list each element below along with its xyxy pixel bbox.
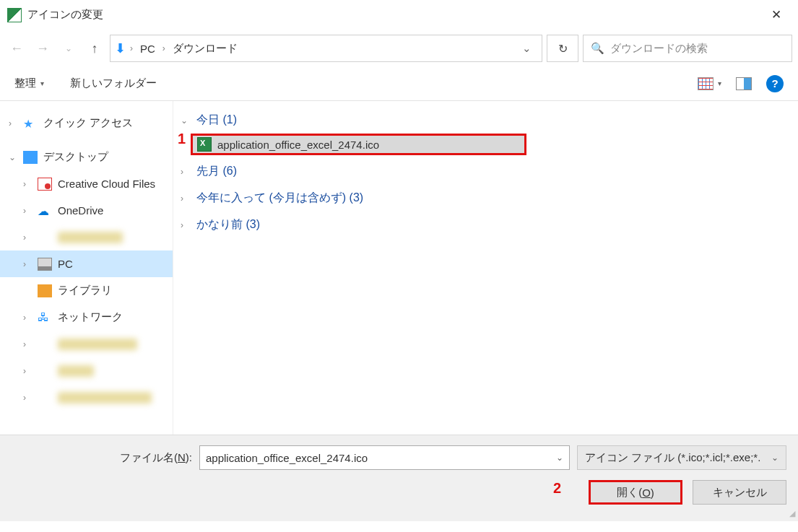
chevron-down-icon: ▾	[718, 79, 721, 87]
separator-icon: ›	[127, 43, 136, 53]
filetype-combo[interactable]: アイコン ファイル (*.ico;*.icl;*.exe;*. ⌄	[577, 445, 786, 470]
chevron-down-icon: ⌄	[771, 453, 779, 463]
crumb-pc[interactable]: PC	[137, 41, 158, 56]
blurred-text	[58, 392, 152, 404]
folder-icon	[38, 231, 52, 244]
chevron-right-icon: ›	[23, 179, 32, 189]
address-bar[interactable]: ⬇ › PC › ダウンロード ⌄	[110, 35, 542, 62]
sidebar-item-blurred[interactable]: ›	[0, 224, 173, 250]
desktop-icon	[23, 151, 38, 164]
new-folder-button[interactable]: 新しいフォルダー	[70, 77, 157, 90]
file-item-selected[interactable]: application_office_excel_2474.ico	[191, 134, 526, 155]
forward-button[interactable]: →	[32, 38, 53, 59]
annotation-1: 1	[178, 131, 186, 147]
help-button[interactable]: ?	[766, 75, 784, 92]
cancel-button[interactable]: キャンセル	[693, 480, 786, 505]
sidebar-item-quickaccess[interactable]: › ★ クイック アクセス	[0, 110, 173, 136]
chevron-right-icon: ›	[181, 220, 192, 230]
chevron-right-icon: ›	[181, 167, 192, 177]
resize-grip[interactable]: ◢	[789, 509, 795, 518]
sidebar-item-onedrive[interactable]: › ☁ OneDrive	[0, 197, 173, 224]
toolbar: 整理▾ 新しいフォルダー ▾ ?	[0, 66, 798, 101]
quickaccess-icon: ★	[23, 117, 38, 130]
search-placeholder: ダウンロードの検索	[610, 42, 708, 56]
separator-icon: ›	[160, 43, 168, 53]
chevron-right-icon: ›	[23, 206, 32, 216]
navigation-row: ← → ⌄ ↑ ⬇ › PC › ダウンロード ⌄ ↻ 🔍 ダウンロードの検索	[0, 30, 798, 66]
blurred-text	[58, 365, 94, 377]
sidebar-item-blurred[interactable]: ›	[0, 331, 173, 357]
group-thisyear[interactable]: › 今年に入って (今月は含めず) (3)	[181, 188, 791, 209]
body: › ★ クイック アクセス ⌄ デスクトップ › Creative Cloud …	[0, 101, 798, 435]
navigation-pane: › ★ クイック アクセス ⌄ デスクトップ › Creative Cloud …	[0, 101, 173, 435]
sidebar-item-network[interactable]: › 🖧 ネットワーク	[0, 304, 173, 331]
title-bar: アイコンの変更 ✕	[0, 0, 798, 30]
sidebar-item-libraries[interactable]: ライブラリ	[0, 277, 173, 304]
refresh-button[interactable]: ↻	[547, 35, 578, 62]
view-mode-button[interactable]: ▾	[698, 77, 721, 90]
file-list: ⌄ 今日 (1) 1 application_office_excel_2474…	[173, 101, 798, 435]
chevron-right-icon: ›	[23, 259, 32, 269]
libraries-icon	[38, 284, 52, 297]
creative-cloud-icon	[38, 178, 52, 191]
network-icon: 🖧	[38, 311, 52, 324]
preview-pane-button[interactable]	[736, 77, 752, 90]
sidebar-item-blurred[interactable]: ›	[0, 357, 173, 384]
chevron-down-icon: ⌄	[181, 115, 192, 126]
group-older[interactable]: › かなり前 (3)	[181, 214, 791, 235]
file-item-wrapper: 1 application_office_excel_2474.ico	[191, 134, 791, 155]
crumb-downloads[interactable]: ダウンロード	[170, 40, 240, 57]
group-today[interactable]: ⌄ 今日 (1)	[181, 110, 791, 131]
sidebar-item-creative-cloud[interactable]: › Creative Cloud Files	[0, 170, 173, 197]
dialog-title: アイコンの変更	[27, 8, 762, 22]
up-button[interactable]: ↑	[84, 38, 105, 59]
chevron-down-icon: ⌄	[9, 152, 17, 162]
sidebar-item-desktop[interactable]: ⌄ デスクトップ	[0, 144, 173, 170]
chevron-right-icon: ›	[23, 313, 32, 323]
back-button[interactable]: ←	[6, 38, 27, 59]
chevron-right-icon: ›	[9, 118, 17, 128]
ico-file-icon	[197, 137, 212, 152]
sidebar-item-pc[interactable]: › PC	[0, 250, 173, 277]
filename-input[interactable]: application_office_excel_2474.ico ⌄	[199, 445, 570, 470]
group-lastmonth[interactable]: › 先月 (6)	[181, 161, 791, 182]
close-button[interactable]: ✕	[762, 7, 791, 22]
footer: ファイル名(N): application_office_excel_2474.…	[0, 435, 798, 521]
recent-dropdown[interactable]: ⌄	[58, 38, 79, 59]
annotation-2: 2	[553, 480, 561, 497]
onedrive-icon: ☁	[38, 204, 52, 217]
blurred-text	[58, 232, 123, 243]
pc-icon	[38, 258, 52, 271]
dialog-icon	[7, 8, 22, 22]
blurred-text	[58, 339, 137, 350]
organize-menu[interactable]: 整理▾	[14, 77, 44, 90]
file-name: application_office_excel_2474.ico	[217, 139, 379, 151]
search-icon: 🔍	[591, 42, 604, 55]
address-dropdown[interactable]: ⌄	[516, 42, 537, 55]
chevron-down-icon[interactable]: ⌄	[556, 453, 563, 463]
chevron-right-icon: ›	[23, 232, 32, 243]
sidebar-item-blurred[interactable]: ›	[0, 384, 173, 411]
open-button[interactable]: 開く(O)	[589, 480, 682, 505]
chevron-down-icon: ▾	[40, 79, 44, 87]
search-box[interactable]: 🔍 ダウンロードの検索	[583, 35, 792, 62]
chevron-right-icon: ›	[181, 193, 192, 204]
download-location-icon: ⬇	[115, 40, 126, 56]
filename-label: ファイル名(N):	[12, 451, 192, 465]
